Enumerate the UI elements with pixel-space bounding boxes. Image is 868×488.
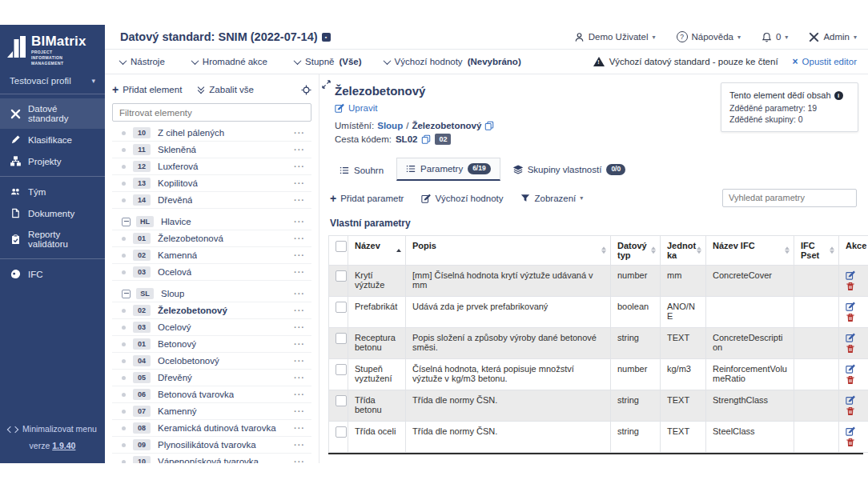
admin-menu[interactable]: Admin ▾ (809, 32, 857, 42)
tree-item[interactable]: 14 Dřevěná ··· (112, 192, 311, 209)
tree-item[interactable]: SL Sloup ··· (112, 286, 311, 302)
tab-parameters[interactable]: Parametry 6/19 (396, 158, 500, 181)
tree-item[interactable]: 10 Vápenopísková tvarovka ··· (112, 454, 311, 463)
row-menu-button[interactable]: ··· (294, 217, 305, 226)
tree-item[interactable]: 02 Železobetonový ··· (112, 302, 311, 319)
column-header[interactable]: Popis (406, 235, 611, 265)
row-menu-button[interactable]: ··· (294, 178, 305, 188)
tree-item[interactable]: 03 Ocelová ··· (112, 264, 311, 281)
row-menu-button[interactable]: ··· (294, 162, 305, 171)
delete-icon[interactable] (846, 344, 855, 354)
tree-item[interactable]: HL Hlavice ··· (112, 214, 311, 230)
row-checkbox[interactable] (336, 270, 347, 282)
select-all-checkbox[interactable] (336, 241, 347, 252)
delete-icon[interactable] (846, 375, 855, 385)
row-menu-button[interactable]: ··· (294, 457, 305, 463)
sidebar-item-data-standards[interactable]: Datové standardy (0, 98, 105, 129)
row-menu-button[interactable]: ··· (294, 406, 305, 416)
edit-icon[interactable] (846, 333, 855, 342)
filter-elements-input[interactable] (112, 103, 311, 122)
copy-icon[interactable] (484, 121, 494, 130)
delete-icon[interactable] (846, 438, 855, 447)
row-menu-button[interactable]: ··· (294, 306, 305, 315)
sidebar-item-projects[interactable]: Projekty (0, 150, 105, 172)
exit-editor-button[interactable]: × Opustit editor (793, 56, 857, 67)
row-menu-button[interactable]: ··· (294, 322, 305, 332)
tree-item[interactable]: 04 Ocelobetonový ··· (112, 353, 311, 370)
row-menu-button[interactable]: ··· (294, 390, 305, 399)
locate-element-button[interactable] (301, 85, 311, 95)
default-values-button[interactable]: Výchozí hodnoty (421, 194, 503, 203)
tree-item[interactable]: 09 Plynosilikátová tvarovka ··· (112, 437, 311, 454)
toolbar-dropdown[interactable]: Hromadné akce (192, 57, 272, 66)
delete-icon[interactable] (846, 406, 855, 416)
tree-item[interactable]: 11 Skleněná ··· (112, 142, 311, 158)
edit-icon[interactable] (846, 364, 855, 374)
tree-item[interactable]: 05 Dřevěný ··· (112, 370, 311, 386)
row-checkbox[interactable] (336, 333, 347, 344)
sidebar-item-ifc[interactable]: IFC (0, 263, 105, 285)
tree-item[interactable]: 03 Ocelový ··· (112, 319, 311, 336)
column-header[interactable]: Jednotka (661, 235, 706, 265)
add-element-button[interactable]: + Přidat element (112, 84, 182, 95)
help-menu[interactable]: ? Nápověda ▾ (677, 31, 741, 42)
edit-icon[interactable] (846, 395, 855, 405)
row-menu-button[interactable]: ··· (294, 145, 305, 154)
profile-selector[interactable]: Testovací profil ▾ (0, 70, 105, 94)
tab-property-groups[interactable]: Skupiny vlastností 0/0 (504, 158, 636, 181)
tree-item[interactable]: 02 Kamenná ··· (112, 247, 311, 264)
row-menu-button[interactable]: ··· (294, 195, 305, 205)
column-header[interactable]: Název IFC (706, 235, 794, 265)
delete-icon[interactable] (846, 313, 855, 322)
edit-icon[interactable] (846, 426, 855, 436)
tree-item[interactable]: 12 Luxferová ··· (112, 158, 311, 175)
row-menu-button[interactable]: ··· (294, 373, 305, 382)
collapse-all-button[interactable]: Zabalit vše (198, 85, 254, 94)
delete-icon[interactable] (846, 282, 855, 291)
row-menu-button[interactable]: ··· (294, 440, 305, 450)
toolbar-dropdown[interactable]: Nástroje (120, 57, 170, 66)
row-menu-button[interactable]: ··· (294, 289, 305, 298)
row-menu-button[interactable]: ··· (294, 339, 305, 349)
tree-item[interactable]: 01 Železobetonová ··· (112, 230, 311, 247)
column-header[interactable]: IFC Pset (794, 235, 839, 265)
sidebar-item-team[interactable]: Tým (0, 181, 105, 202)
collapse-icon[interactable] (122, 218, 131, 226)
row-checkbox[interactable] (336, 395, 347, 406)
row-menu-button[interactable]: ··· (294, 356, 305, 366)
toolbar-dropdown[interactable]: Stupně (Vše) (295, 57, 362, 66)
row-checkbox[interactable] (336, 364, 347, 375)
row-menu-button[interactable]: ··· (294, 267, 305, 277)
tab-summary[interactable]: Souhrn (330, 160, 393, 181)
breadcrumb-parent-link[interactable]: Sloup (377, 121, 403, 130)
column-header[interactable]: Datový typ (611, 235, 661, 265)
info-icon[interactable]: i (834, 91, 843, 100)
row-checkbox[interactable] (336, 426, 347, 438)
tree-item[interactable]: 10 Z cihel pálených ··· (112, 125, 311, 142)
tree-item[interactable]: 08 Keramická dutinová tvarovka ··· (112, 420, 311, 437)
tree-item[interactable]: 07 Kamenný ··· (112, 403, 311, 420)
row-menu-button[interactable]: ··· (294, 234, 305, 243)
row-checkbox[interactable] (336, 302, 347, 313)
add-parameter-button[interactable]: + Přidat parametr (330, 193, 404, 204)
toolbar-dropdown[interactable]: Výchozí hodnoty (Nevybráno) (384, 57, 521, 66)
row-menu-button[interactable]: ··· (294, 128, 305, 138)
sidebar-item-classification[interactable]: Klasifikace (0, 129, 105, 150)
user-menu[interactable]: Demo Uživatel ▾ (574, 32, 656, 42)
sidebar-item-documents[interactable]: Dokumenty (0, 202, 105, 224)
column-header[interactable]: Název (348, 235, 406, 265)
row-menu-button[interactable]: ··· (294, 250, 305, 260)
title-info-icon[interactable]: ▪ (322, 33, 331, 42)
sidebar-item-validator-reports[interactable]: Reporty validátoru (0, 224, 105, 254)
tree-item[interactable]: 01 Betonový ··· (112, 336, 311, 353)
tree-item[interactable]: 06 Betonová tvarovka ··· (112, 386, 311, 403)
tree-item[interactable]: 13 Kopilitová ··· (112, 175, 311, 192)
row-menu-button[interactable]: ··· (294, 423, 305, 433)
expand-panel-button[interactable] (322, 78, 331, 92)
copy-icon[interactable] (421, 134, 431, 144)
search-parameters-input[interactable] (722, 189, 857, 207)
collapse-icon[interactable] (122, 290, 131, 298)
edit-icon[interactable] (846, 302, 855, 311)
version-link[interactable]: 1.9.40 (52, 441, 75, 450)
edit-icon[interactable] (846, 270, 855, 280)
